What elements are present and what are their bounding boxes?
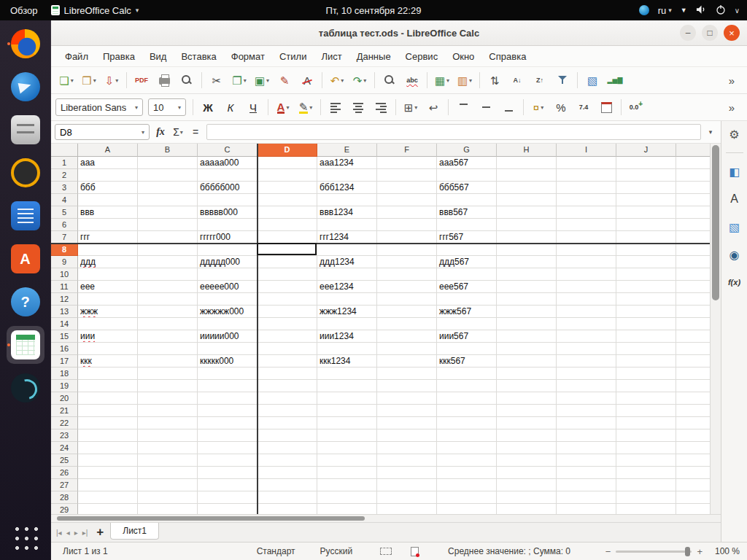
menu-sheet[interactable]: Лист: [314, 48, 348, 65]
cell-h2[interactable]: [497, 169, 557, 182]
cell-i21[interactable]: [557, 405, 616, 417]
expand-formula-bar-button[interactable]: ▾: [704, 128, 717, 136]
cell-a27[interactable]: [78, 479, 138, 491]
cell-a9[interactable]: ддд: [78, 256, 138, 268]
cell-f5[interactable]: [377, 206, 437, 219]
row-header-4[interactable]: 4: [51, 194, 78, 206]
cell-g23[interactable]: [437, 429, 497, 442]
column-header-a[interactable]: A: [78, 144, 138, 157]
cell-i4[interactable]: [557, 194, 616, 206]
cell-f3[interactable]: [377, 182, 437, 194]
cell-e17[interactable]: ккк1234: [317, 355, 377, 368]
merge-cells-dropdown-icon[interactable]: ▾: [414, 104, 417, 111]
column-header-g[interactable]: G: [437, 144, 497, 157]
cell-e3[interactable]: ббб1234: [317, 182, 377, 194]
cell-f19[interactable]: [377, 380, 437, 392]
previous-sheet-button[interactable]: ◂: [64, 529, 72, 537]
tray-app-icon[interactable]: [639, 5, 649, 15]
cell-c14[interactable]: [198, 318, 258, 330]
cell-b28[interactable]: [138, 491, 198, 504]
cell-j17[interactable]: [616, 355, 676, 368]
cell-i13[interactable]: [557, 306, 616, 318]
cell-e18[interactable]: [317, 368, 377, 380]
cell-g17[interactable]: ккк567: [437, 355, 497, 368]
cell-h22[interactable]: [497, 417, 557, 429]
cell-a6[interactable]: [78, 219, 138, 231]
cell-j5[interactable]: [616, 206, 676, 219]
cell-a15[interactable]: иии: [78, 330, 138, 343]
menu-tools[interactable]: Сервис: [399, 48, 445, 65]
cell-a2[interactable]: [78, 169, 138, 182]
cell-b1[interactable]: [138, 157, 198, 169]
cell-e26[interactable]: [317, 467, 377, 479]
cell-j21[interactable]: [616, 405, 676, 417]
cell-f20[interactable]: [377, 392, 437, 405]
cell-f8[interactable]: [377, 244, 437, 256]
cell-a18[interactable]: [78, 368, 138, 380]
cell-j6[interactable]: [616, 219, 676, 231]
cell-i22[interactable]: [557, 417, 616, 429]
row-header-6[interactable]: 6: [51, 219, 78, 231]
cell-d20[interactable]: [258, 392, 317, 405]
row-header-19[interactable]: 19: [51, 380, 78, 392]
cell-a4[interactable]: [78, 194, 138, 206]
cell-h25[interactable]: [497, 454, 557, 467]
cell-c12[interactable]: [198, 293, 258, 306]
chevron-down-icon[interactable]: ∨: [735, 7, 740, 15]
column-header-e[interactable]: E: [317, 144, 377, 157]
cell-c19[interactable]: [198, 380, 258, 392]
cell-b15[interactable]: [138, 330, 198, 343]
cell-h21[interactable]: [497, 405, 557, 417]
cell-j28[interactable]: [616, 491, 676, 504]
cell-h24[interactable]: [497, 442, 557, 454]
gallery-button[interactable]: ▧: [724, 217, 745, 236]
sidebar-settings-button[interactable]: ⚙: [724, 125, 745, 144]
row-header-16[interactable]: 16: [51, 343, 78, 355]
cell-i1[interactable]: [557, 157, 616, 169]
cell-j11[interactable]: [616, 281, 676, 293]
row-header-5[interactable]: 5: [51, 206, 78, 219]
cell-e28[interactable]: [317, 491, 377, 504]
row-header-9[interactable]: 9: [51, 256, 78, 268]
redo-dropdown-icon[interactable]: ▾: [363, 77, 366, 84]
insert-chart-button[interactable]: ▂▅▇: [604, 71, 626, 90]
cell-a25[interactable]: [78, 454, 138, 467]
horizontal-scrollbar[interactable]: [51, 514, 721, 522]
cell-h6[interactable]: [497, 219, 557, 231]
next-sheet-button[interactable]: ▸: [72, 529, 80, 537]
cell-d17[interactable]: [258, 355, 317, 368]
format-as-date-button[interactable]: [595, 98, 617, 117]
cell-a20[interactable]: [78, 392, 138, 405]
cell-f2[interactable]: [377, 169, 437, 182]
copy-dropdown-icon[interactable]: ▾: [244, 77, 247, 84]
cell-b24[interactable]: [138, 442, 198, 454]
cell-j15[interactable]: [616, 330, 676, 343]
cell-c8[interactable]: [198, 244, 258, 256]
cell-f18[interactable]: [377, 368, 437, 380]
cell-i29[interactable]: [557, 504, 616, 514]
cell-g5[interactable]: ввв567: [437, 206, 497, 219]
column-header-h[interactable]: H: [497, 144, 557, 157]
document-modified-icon[interactable]: [411, 547, 419, 556]
row-header-23[interactable]: 23: [51, 429, 78, 442]
text-language-indicator[interactable]: Русский: [320, 546, 353, 556]
function-wizard-button[interactable]: fx: [152, 123, 169, 141]
cell-i10[interactable]: [557, 268, 616, 281]
toolbar-overflow-button[interactable]: »: [721, 71, 743, 90]
cell-g16[interactable]: [437, 343, 497, 355]
align-center-vertically-button[interactable]: [475, 98, 497, 117]
cell-e5[interactable]: ввв1234: [317, 206, 377, 219]
cell-g9[interactable]: ддд567: [437, 256, 497, 268]
row-header-27[interactable]: 27: [51, 479, 78, 491]
select-all-corner[interactable]: [51, 144, 78, 157]
paste-button[interactable]: ▣▾: [251, 71, 273, 90]
spreadsheet-grid[interactable]: ABCDEFGHIJ1аааааааа000ааа1234ааа56723ббб…: [51, 144, 710, 514]
new-document-button[interactable]: ❏▾: [55, 71, 77, 90]
cell-d22[interactable]: [258, 417, 317, 429]
zoom-slider[interactable]: [616, 551, 692, 553]
cell-c18[interactable]: [198, 368, 258, 380]
cell-j8[interactable]: [616, 244, 676, 256]
properties-button[interactable]: ◧: [724, 162, 745, 181]
redo-button[interactable]: ↷▾: [349, 71, 371, 90]
cell-j26[interactable]: [616, 467, 676, 479]
